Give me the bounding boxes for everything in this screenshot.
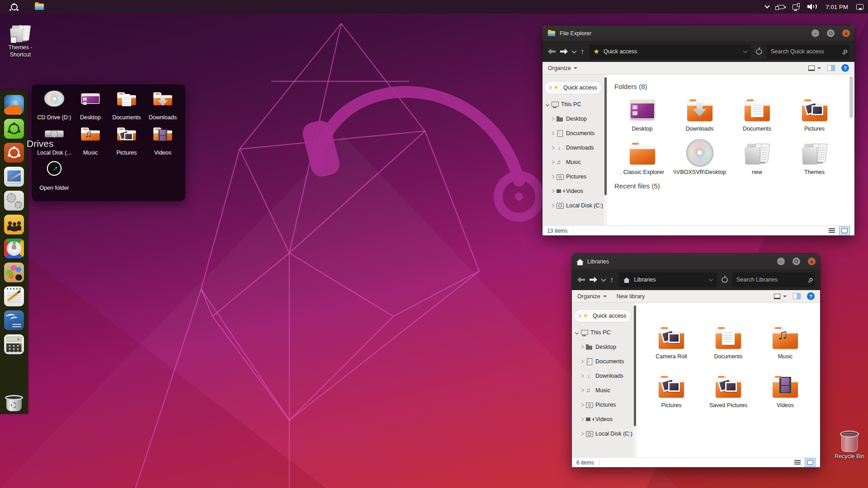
sidebar-item-this-pc[interactable]: This PC bbox=[572, 325, 633, 340]
chevron-right-icon[interactable] bbox=[580, 374, 584, 378]
change-view-button[interactable] bbox=[774, 294, 787, 299]
chevron-right-icon[interactable] bbox=[551, 131, 554, 135]
titlebar[interactable]: File Explorer – x bbox=[542, 25, 854, 41]
help-button[interactable] bbox=[807, 292, 815, 300]
file-item-desktop[interactable]: Desktop bbox=[613, 95, 671, 133]
sidebar-scrollbar[interactable] bbox=[634, 305, 636, 426]
recent-locations-chevron[interactable] bbox=[571, 48, 576, 53]
preview-pane-button[interactable] bbox=[793, 293, 801, 299]
file-item-documents[interactable]: Documents bbox=[700, 323, 757, 361]
recent-locations-chevron[interactable] bbox=[601, 277, 606, 282]
chevron-right-icon[interactable] bbox=[577, 314, 581, 318]
sidebar-item-downloads[interactable]: Downloads bbox=[572, 369, 633, 383]
start-button[interactable] bbox=[6, 0, 22, 14]
file-item-music[interactable]: ♫Music bbox=[757, 323, 814, 361]
minimize-button[interactable]: – bbox=[777, 258, 785, 265]
desktop-icon-themes-shortcut[interactable]: Themes - Shortcut bbox=[1, 15, 40, 58]
sidebar-item-desktop[interactable]: Desktop bbox=[542, 112, 604, 126]
sidebar-item-this-pc[interactable]: This PC bbox=[542, 97, 604, 112]
sidebar-item-music[interactable]: Music bbox=[542, 155, 604, 169]
flyout-item-desktop[interactable]: Desktop bbox=[72, 90, 108, 121]
preview-pane-button[interactable] bbox=[827, 65, 835, 71]
file-item-saved-pictures[interactable]: Saved Pictures bbox=[700, 371, 757, 409]
content-scrollbar[interactable] bbox=[849, 76, 854, 224]
taskbar-file-explorer-button[interactable] bbox=[32, 0, 47, 14]
search-box[interactable] bbox=[732, 272, 815, 287]
flyout-item-downloads[interactable]: Downloads bbox=[145, 90, 181, 121]
chevron-right-icon[interactable] bbox=[548, 86, 552, 89]
file-item-videos[interactable]: Videos bbox=[757, 371, 814, 409]
search-input[interactable] bbox=[771, 48, 844, 55]
sidebar-item-documents[interactable]: Documents bbox=[542, 126, 604, 141]
address-bar[interactable]: ★ Quick access bbox=[589, 44, 752, 59]
dock-item-users[interactable] bbox=[3, 214, 25, 235]
search-input[interactable] bbox=[736, 277, 809, 283]
organize-menu[interactable]: Organize bbox=[548, 65, 577, 71]
file-item-classic-explorer[interactable]: . Classic Explorer bbox=[613, 138, 671, 176]
tray-chevron-icon[interactable] bbox=[765, 3, 770, 8]
help-button[interactable] bbox=[841, 64, 849, 72]
chevron-right-icon[interactable] bbox=[551, 175, 554, 178]
forward-button[interactable] bbox=[590, 277, 597, 283]
file-item-camera-roll[interactable]: Camera Roll bbox=[643, 323, 700, 361]
sidebar-item-downloads[interactable]: Downloads bbox=[542, 141, 604, 155]
file-item-pictures[interactable]: Pictures bbox=[786, 95, 843, 133]
search-icon[interactable] bbox=[809, 278, 813, 282]
back-button[interactable] bbox=[577, 277, 585, 283]
address-chevron-icon[interactable] bbox=[743, 49, 748, 53]
dock-item-system-settings[interactable] bbox=[3, 190, 25, 211]
sidebar-item-quick-access[interactable]: Quick access bbox=[544, 81, 602, 94]
new-library-button[interactable]: New library bbox=[617, 293, 645, 300]
chevron-right-icon[interactable] bbox=[580, 345, 584, 349]
sidebar-item-pictures[interactable]: Pictures bbox=[542, 169, 604, 184]
address-chevron-icon[interactable] bbox=[709, 277, 713, 282]
dock-item-calculator[interactable]: 0. bbox=[3, 333, 25, 355]
search-box[interactable] bbox=[767, 44, 849, 59]
battery-icon[interactable] bbox=[777, 5, 784, 9]
desktop-icon-recycle-bin[interactable]: Recycle Bin bbox=[830, 430, 868, 460]
file-item-documents[interactable]: Documents bbox=[728, 95, 786, 133]
sidebar-item-local-disk-c[interactable]: Local Disk (C:) bbox=[542, 198, 604, 213]
refresh-button[interactable] bbox=[756, 48, 762, 55]
thumbnail-view-button[interactable] bbox=[805, 458, 816, 467]
volume-icon[interactable] bbox=[807, 3, 817, 10]
dock-item-search-tool[interactable] bbox=[3, 238, 25, 259]
sidebar-item-pictures[interactable]: Pictures bbox=[572, 398, 633, 412]
minimize-button[interactable]: – bbox=[811, 29, 819, 37]
sidebar-item-music[interactable]: Music bbox=[572, 383, 633, 398]
back-button[interactable] bbox=[548, 49, 556, 55]
dock-item-graphics[interactable] bbox=[3, 262, 25, 283]
titlebar[interactable]: Libraries – x bbox=[572, 253, 820, 269]
sidebar-item-desktop[interactable]: Desktop bbox=[572, 340, 633, 354]
flyout-item-documents[interactable]: Documents bbox=[108, 90, 145, 121]
sidebar-item-videos[interactable]: Videos bbox=[542, 184, 604, 198]
chevron-right-icon[interactable] bbox=[580, 432, 584, 436]
sidebar-item-quick-access[interactable]: Quick access bbox=[574, 309, 632, 323]
organize-menu[interactable]: Organize bbox=[577, 293, 607, 300]
chevron-down-icon[interactable] bbox=[546, 103, 549, 106]
chevron-right-icon[interactable] bbox=[580, 418, 584, 421]
maximize-button[interactable] bbox=[793, 258, 800, 265]
chevron-right-icon[interactable] bbox=[551, 204, 554, 207]
sidebar-item-videos[interactable]: Videos bbox=[572, 412, 633, 427]
chevron-down-icon[interactable] bbox=[575, 331, 579, 334]
file-item-vboxsvr-desktop[interactable]: \\VBOXSVR\Desktop bbox=[671, 138, 728, 176]
close-button[interactable]: x bbox=[808, 258, 816, 265]
details-view-button[interactable] bbox=[826, 226, 837, 235]
sidebar-scrollbar[interactable] bbox=[604, 77, 607, 195]
chevron-right-icon[interactable] bbox=[551, 160, 554, 164]
search-icon[interactable] bbox=[844, 50, 847, 53]
address-bar[interactable]: Libraries bbox=[618, 272, 717, 287]
chevron-right-icon[interactable] bbox=[551, 189, 554, 193]
flyout-item-videos[interactable]: Videos bbox=[145, 125, 181, 156]
refresh-button[interactable] bbox=[722, 277, 728, 283]
network-display-icon[interactable] bbox=[793, 5, 799, 9]
details-view-button[interactable] bbox=[792, 458, 803, 467]
sidebar-item-documents[interactable]: Documents bbox=[572, 354, 633, 369]
clock[interactable]: 7:01 PM bbox=[826, 4, 848, 10]
up-button[interactable]: ↑ bbox=[610, 276, 614, 284]
file-item-pictures[interactable]: Pictures bbox=[643, 371, 700, 409]
up-button[interactable]: ↑ bbox=[580, 48, 585, 56]
dock-item-display-settings[interactable] bbox=[3, 166, 25, 188]
flyout-item-cd-drive-d[interactable]: CD Drive (D:) bbox=[36, 90, 72, 121]
